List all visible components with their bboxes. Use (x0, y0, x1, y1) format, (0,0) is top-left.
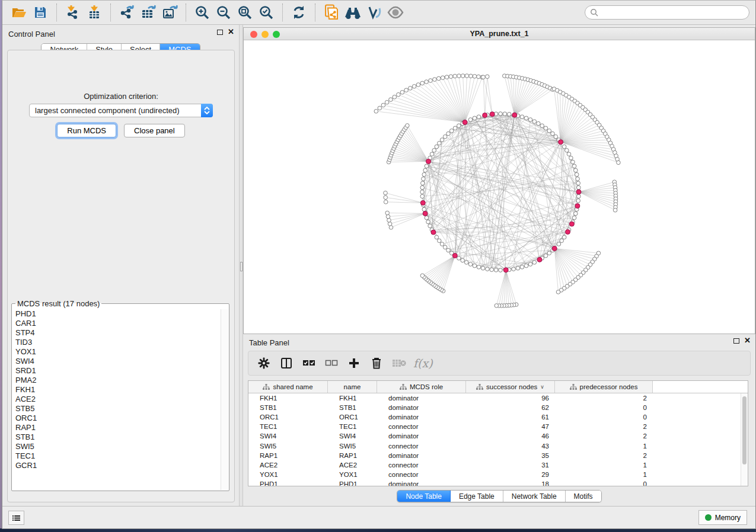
graph-node[interactable] (560, 239, 564, 243)
graph-hub-node[interactable] (576, 190, 581, 194)
graph-node[interactable] (516, 266, 520, 270)
mcds-result-item[interactable]: PHD1 (12, 309, 221, 319)
export-network-button[interactable] (118, 4, 136, 21)
delete-columns-button[interactable] (368, 355, 385, 371)
memory-button[interactable]: Memory (698, 510, 747, 525)
graph-leaf-node[interactable] (556, 290, 560, 294)
tab-edge-table[interactable]: Edge Table (451, 491, 503, 502)
graph-node[interactable] (572, 216, 576, 220)
graph-node[interactable] (576, 181, 580, 185)
graph-node[interactable] (577, 194, 581, 198)
graph-leaf-node[interactable] (465, 74, 469, 78)
graph-hub-node[interactable] (452, 254, 457, 258)
graph-hub-node[interactable] (512, 113, 517, 117)
tab-node-table[interactable]: Node Table (397, 491, 451, 502)
table-row[interactable]: ORC1ORC1dominator610 (248, 412, 748, 422)
graph-node[interactable] (446, 132, 451, 136)
graph-leaf-node[interactable] (416, 83, 420, 87)
export-image-button[interactable] (161, 4, 178, 21)
mcds-result-item[interactable]: RAP1 (12, 423, 221, 432)
graph-leaf-node[interactable] (425, 80, 429, 84)
graph-node[interactable] (468, 262, 473, 267)
graph-leaf-node[interactable] (400, 91, 404, 95)
search-input[interactable] (598, 8, 744, 17)
table-row[interactable]: RAP1RAP1dominator352 (248, 451, 748, 460)
graph-leaf-node[interactable] (481, 75, 486, 79)
mcds-list-scrollbar[interactable] (221, 309, 228, 490)
save-session-button[interactable] (31, 4, 49, 21)
graph-node[interactable] (457, 257, 461, 261)
graph-leaf-node[interactable] (374, 110, 378, 114)
graph-leaf-node[interactable] (386, 214, 390, 219)
close-panel-button[interactable]: Close panel (124, 124, 185, 137)
graph-node[interactable] (430, 152, 434, 156)
graph-node[interactable] (524, 264, 528, 268)
graph-hub-node[interactable] (559, 140, 563, 145)
graph-node[interactable] (420, 194, 425, 198)
graph-hub-node[interactable] (426, 159, 431, 164)
graph-leaf-node[interactable] (461, 74, 465, 78)
graph-node[interactable] (422, 207, 426, 211)
graph-node[interactable] (449, 129, 454, 133)
graph-hub-node[interactable] (423, 211, 428, 216)
graph-leaf-node[interactable] (473, 75, 477, 79)
run-mcds-button[interactable]: Run MCDS (57, 124, 116, 137)
select-all-columns-button[interactable] (301, 355, 317, 371)
close-panel-icon[interactable]: ✕ (228, 29, 234, 35)
mcds-result-item[interactable]: STP4 (12, 328, 221, 338)
graph-hub-node[interactable] (490, 112, 495, 117)
graph-node[interactable] (477, 265, 481, 270)
graph-node[interactable] (554, 134, 558, 139)
graph-node[interactable] (420, 190, 425, 194)
graph-node[interactable] (473, 264, 477, 268)
graph-node[interactable] (572, 164, 576, 168)
graph-node[interactable] (446, 248, 451, 252)
graph-node[interactable] (576, 199, 580, 203)
graph-node[interactable] (435, 235, 439, 239)
graph-leaf-node[interactable] (469, 74, 473, 78)
graph-node[interactable] (425, 216, 429, 220)
graph-node[interactable] (575, 172, 579, 177)
graph-leaf-node[interactable] (477, 75, 481, 79)
graph-node[interactable] (426, 220, 430, 224)
panel-split-divider[interactable] (239, 25, 243, 506)
graph-hub-node[interactable] (569, 222, 574, 226)
graph-node[interactable] (557, 242, 561, 246)
zoom-selected-button[interactable] (257, 4, 275, 21)
graph-node[interactable] (435, 145, 439, 149)
graph-leaf-node[interactable] (387, 219, 391, 223)
table-row[interactable]: TEC1TEC1connector472 (248, 422, 748, 431)
graph-hub-node[interactable] (420, 200, 425, 205)
mcds-result-item[interactable]: TID3 (12, 338, 221, 347)
mcds-result-item[interactable]: PMA2 (12, 376, 221, 385)
graph-leaf-node[interactable] (433, 78, 437, 82)
graph-node[interactable] (477, 115, 481, 119)
graph-node[interactable] (576, 177, 580, 181)
graph-leaf-node[interactable] (617, 161, 621, 165)
import-table-button[interactable] (85, 4, 103, 21)
graph-leaf-node[interactable] (404, 88, 409, 92)
graph-node[interactable] (443, 245, 447, 249)
graph-node[interactable] (457, 124, 461, 128)
graph-hub-node[interactable] (462, 120, 467, 124)
graph-leaf-node[interactable] (384, 191, 388, 195)
table-row[interactable]: FKH1FKH1dominator962 (248, 393, 748, 403)
graph-node[interactable] (443, 134, 447, 139)
graph-node[interactable] (547, 251, 551, 255)
graph-leaf-node[interactable] (449, 75, 453, 79)
column-header-predecessor-nodes[interactable]: predecessor nodes (555, 381, 653, 393)
search-network-button[interactable] (344, 4, 362, 21)
graph-leaf-node[interactable] (385, 100, 389, 104)
graph-node[interactable] (532, 261, 537, 265)
graph-node[interactable] (508, 113, 512, 117)
graph-node[interactable] (420, 185, 425, 190)
mcds-result-item[interactable]: SRD1 (12, 366, 221, 376)
mcds-result-item[interactable]: STB1 (12, 432, 221, 442)
graph-node[interactable] (574, 168, 578, 172)
graph-leaf-node[interactable] (445, 75, 449, 79)
graph-leaf-node[interactable] (378, 106, 382, 110)
graph-node[interactable] (569, 156, 573, 160)
mcds-result-item[interactable]: TEC1 (12, 451, 221, 461)
tab-motifs[interactable]: Motifs (566, 491, 601, 502)
graph-node[interactable] (544, 254, 548, 258)
